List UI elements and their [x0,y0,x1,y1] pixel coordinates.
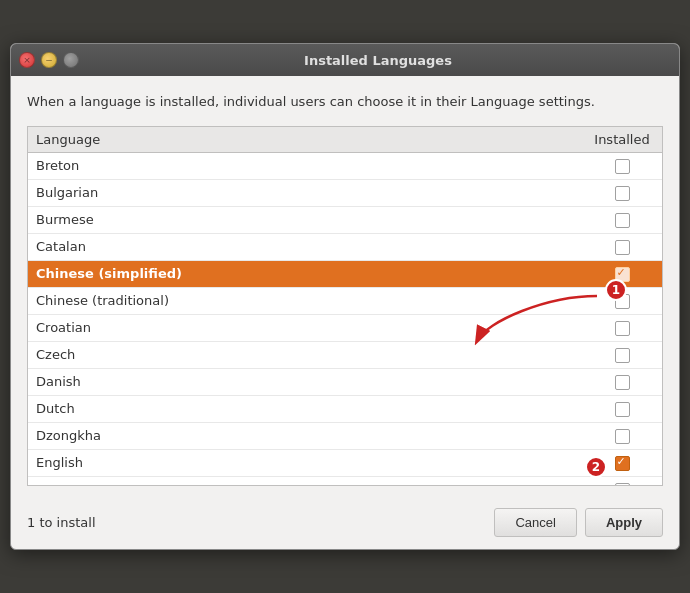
checkbox-icon[interactable] [615,213,630,228]
language-installed-cell[interactable] [582,206,662,233]
language-installed-cell[interactable] [582,260,662,287]
table-row[interactable]: Burmese [28,206,662,233]
checkbox-icon[interactable] [615,483,630,486]
table-row[interactable]: Czech [28,341,662,368]
table-row[interactable]: Dzongkha [28,422,662,449]
language-name-cell: Breton [28,152,582,179]
language-name-cell: Bulgarian [28,179,582,206]
table-row[interactable]: Chinese (simplified) [28,260,662,287]
checkbox-icon[interactable] [615,294,630,309]
titlebar: × − Installed Languages [11,44,679,76]
language-installed-cell[interactable] [582,341,662,368]
checkbox-icon[interactable] [615,429,630,444]
window-title: Installed Languages [85,53,671,68]
language-name-cell: English [28,449,582,476]
checkbox-icon[interactable] [615,375,630,390]
main-content: When a language is installed, individual… [11,76,679,498]
column-header-installed: Installed [582,127,662,153]
checkbox-icon[interactable] [615,186,630,201]
language-table-wrapper: Language Installed BretonBulgarianBurmes… [27,126,663,486]
checkbox-icon[interactable] [615,456,630,471]
language-installed-cell[interactable] [582,395,662,422]
table-row[interactable]: Danish [28,368,662,395]
language-installed-cell[interactable] [582,314,662,341]
maximize-button[interactable] [63,52,79,68]
language-name-cell: Catalan [28,233,582,260]
table-header-row: Language Installed [28,127,662,153]
language-name-cell: Danish [28,368,582,395]
language-installed-cell[interactable] [582,368,662,395]
footer-buttons: Cancel Apply [494,508,663,537]
language-installed-cell[interactable] [582,422,662,449]
table-row[interactable]: English [28,449,662,476]
cancel-button[interactable]: Cancel [494,508,576,537]
language-name-cell: Chinese (traditional) [28,287,582,314]
language-table-container[interactable]: Language Installed BretonBulgarianBurmes… [27,126,663,486]
checkbox-icon[interactable] [615,321,630,336]
language-name-cell: Croatian [28,314,582,341]
language-installed-cell[interactable] [582,287,662,314]
minimize-button[interactable]: − [41,52,57,68]
language-name-cell: Dzongkha [28,422,582,449]
checkbox-icon[interactable] [615,240,630,255]
table-row[interactable]: Catalan [28,233,662,260]
description-text: When a language is installed, individual… [27,92,663,112]
language-name-cell: Esperanto [28,476,582,486]
language-name-cell: Dutch [28,395,582,422]
language-installed-cell[interactable] [582,449,662,476]
column-header-language: Language [28,127,582,153]
table-row[interactable]: Dutch [28,395,662,422]
footer: 1 to install Cancel Apply [11,498,679,549]
language-installed-cell[interactable] [582,152,662,179]
language-name-cell: Burmese [28,206,582,233]
checkbox-icon[interactable] [615,267,630,282]
checkbox-icon[interactable] [615,402,630,417]
language-installed-cell[interactable] [582,476,662,486]
table-row[interactable]: Esperanto [28,476,662,486]
table-row[interactable]: Chinese (traditional) [28,287,662,314]
install-count-label: 1 to install [27,515,96,530]
language-installed-cell[interactable] [582,179,662,206]
language-name-cell: Czech [28,341,582,368]
table-row[interactable]: Breton [28,152,662,179]
language-installed-cell[interactable] [582,233,662,260]
language-table: Language Installed BretonBulgarianBurmes… [28,127,662,486]
checkbox-icon[interactable] [615,348,630,363]
table-row[interactable]: Croatian [28,314,662,341]
language-name-cell: Chinese (simplified) [28,260,582,287]
table-row[interactable]: Bulgarian [28,179,662,206]
checkbox-icon[interactable] [615,159,630,174]
close-button[interactable]: × [19,52,35,68]
apply-button[interactable]: Apply [585,508,663,537]
installed-languages-window: × − Installed Languages When a language … [10,43,680,550]
